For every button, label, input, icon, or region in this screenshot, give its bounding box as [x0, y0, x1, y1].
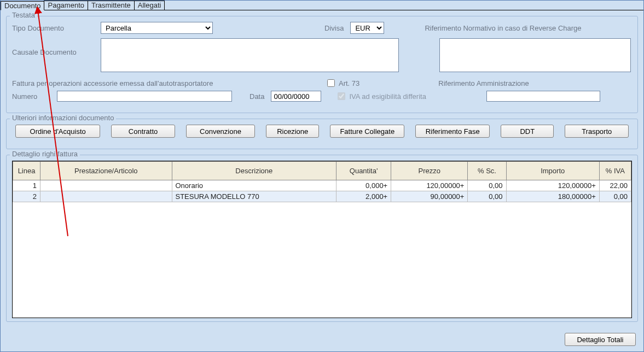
ulteriori-legend: Ulteriori informazioni documento: [10, 114, 116, 122]
table-cell[interactable]: STESURA MODELLO 770: [172, 191, 336, 202]
table-cell[interactable]: 120,00000+: [506, 180, 599, 191]
table-cell[interactable]: 180,00000+: [506, 191, 599, 202]
table-cell[interactable]: [40, 180, 172, 191]
causale-textarea[interactable]: [101, 38, 399, 72]
tab-documento[interactable]: Documento: [1, 1, 44, 10]
table-row[interactable]: 1Onorario0,000+120,00000+0,00120,00000+2…: [13, 180, 631, 191]
contratto-button[interactable]: Contratto: [111, 125, 175, 138]
ordine-acquisto-button[interactable]: Ordine d'Acquisto: [15, 125, 100, 138]
causale-label: Causale Documento: [12, 38, 94, 56]
convenzione-button[interactable]: Convenzione: [186, 125, 255, 138]
table-cell[interactable]: 0,00: [468, 191, 506, 202]
divisa-select[interactable]: EUR: [350, 22, 384, 34]
tab-trasmittente[interactable]: Trasmittente: [88, 1, 135, 10]
fatture-collegate-button[interactable]: Fatture Collegate: [330, 125, 404, 138]
rif-amm-label: Riferimento Amministrazione: [438, 79, 529, 87]
art73-label: Art. 73: [339, 79, 359, 87]
table-row[interactable]: 2STESURA MODELLO 7702,000+90,00000+0,001…: [13, 191, 631, 202]
dettaglio-totali-button[interactable]: Dettaglio Totali: [565, 333, 636, 346]
dettaglio-legend: Dettaglio righi fattura: [10, 150, 80, 158]
trasporto-button[interactable]: Trasporto: [565, 125, 629, 138]
rif-amm-input[interactable]: [486, 91, 600, 102]
ddt-button[interactable]: DDT: [501, 125, 554, 138]
col-descrizione[interactable]: Descrizione: [172, 162, 336, 180]
riferimento-normativo-label: Riferimento Normativo in caso di Reverse…: [425, 24, 581, 32]
iva-diff-checkbox[interactable]: IVA ad esigibilità differita: [335, 91, 426, 102]
col-sc[interactable]: % Sc.: [468, 162, 506, 180]
table-cell[interactable]: 0,00: [599, 191, 631, 202]
table-cell[interactable]: 22,00: [599, 180, 631, 191]
table-cell[interactable]: 2: [13, 191, 40, 202]
tipo-documento-select[interactable]: Parcella: [101, 22, 213, 34]
data-label: Data: [250, 92, 264, 101]
table-cell[interactable]: Onorario: [172, 180, 336, 191]
col-quantita[interactable]: Quantita': [336, 162, 391, 180]
iva-diff-input[interactable]: [338, 92, 345, 100]
tab-pagamento[interactable]: Pagamento: [44, 1, 88, 10]
col-iva[interactable]: % IVA: [599, 162, 631, 180]
divisa-label: Divisa: [324, 24, 344, 32]
iva-diff-label: IVA ad esigibilità differita: [349, 92, 426, 101]
numero-input[interactable]: [57, 91, 232, 102]
col-linea[interactable]: Linea: [13, 162, 40, 180]
data-input[interactable]: [271, 91, 321, 102]
col-importo[interactable]: Importo: [506, 162, 599, 180]
table-cell[interactable]: 120,00000+: [391, 180, 468, 191]
numero-label: Numero: [12, 92, 50, 101]
table-cell[interactable]: 90,00000+: [391, 191, 468, 202]
fattura-accessorie-label: Fattura per operazioni accessorie emessa…: [12, 79, 318, 87]
table-cell[interactable]: 0,000+: [336, 180, 391, 191]
col-prestazione[interactable]: Prestazione/Articolo: [40, 162, 172, 180]
table-cell[interactable]: 1: [13, 180, 40, 191]
tab-allegati[interactable]: Allegati: [134, 1, 165, 10]
testata-legend: Testata: [10, 11, 37, 19]
art73-input[interactable]: [327, 79, 335, 87]
art73-checkbox[interactable]: Art. 73: [325, 78, 359, 89]
col-prezzo[interactable]: Prezzo: [391, 162, 468, 180]
table-cell[interactable]: [40, 191, 172, 202]
riferimento-normativo-textarea[interactable]: [439, 38, 631, 72]
tipo-documento-label: Tipo Documento: [12, 24, 94, 32]
dettaglio-table[interactable]: Linea Prestazione/Articolo Descrizione Q…: [12, 161, 632, 318]
ricezione-button[interactable]: Ricezione: [266, 125, 319, 138]
table-cell[interactable]: 2,000+: [336, 191, 391, 202]
riferimento-fase-button[interactable]: Riferimento Fase: [415, 125, 490, 138]
table-cell[interactable]: 0,00: [468, 180, 506, 191]
